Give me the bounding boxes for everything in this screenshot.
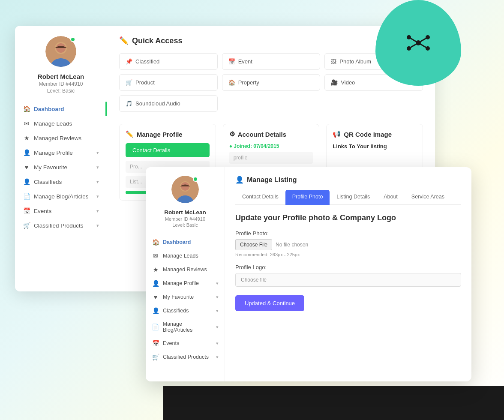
user-icon-1: 👤	[23, 149, 30, 156]
tab-contact-details[interactable]: Contact Details	[235, 190, 285, 205]
update-section-title: Update your Profile photo & Company Logo	[235, 213, 461, 222]
tab-listing-details[interactable]: Listing Details	[330, 190, 377, 205]
online-dot-inline: ●	[229, 143, 232, 149]
nav-blog-1[interactable]: 📄 Manage Blog/Articles ▾	[15, 189, 107, 204]
tab-about[interactable]: About	[377, 190, 405, 205]
contact-details-btn[interactable]: Contact Details	[126, 143, 210, 157]
qa-soundcloud[interactable]: 🎵 Soundcloud Audio	[119, 95, 218, 112]
heart-icon-1: ♥	[23, 164, 30, 171]
nav-label: My Favourite	[34, 164, 67, 171]
nav-classifieds-1[interactable]: 👤 Classifieds ▾	[15, 174, 107, 189]
arrow-icon: ▾	[96, 165, 99, 170]
sidebar-header-2: Robert McLean Member ID #44910 Level: Ba…	[146, 176, 225, 235]
user-level-1: Level: Basic	[15, 88, 107, 94]
teal-blob	[375, 0, 461, 86]
svg-line-7	[409, 43, 418, 48]
member-id-2: Member ID #44910	[146, 216, 225, 222]
card-2-manage-listing: Robert McLean Member ID #44910 Level: Ba…	[146, 167, 471, 381]
nav-label: Manage Profile	[34, 150, 73, 156]
nav-label: Manage Leads	[163, 253, 198, 259]
cart-icon-qa: 🛒	[126, 79, 132, 86]
nav-manage-profile-1[interactable]: 👤 Manage Profile ▾	[15, 145, 107, 160]
update-continue-button[interactable]: Updated & Continue	[235, 295, 304, 311]
user-name-1: Robert McLean	[15, 73, 107, 80]
nav-dashboard-2[interactable]: 🏠 Dashboard	[146, 235, 225, 249]
online-dot-1	[70, 37, 75, 42]
nav-manage-profile-2[interactable]: 👤 Manage Profile ▾	[146, 276, 225, 290]
manage-profile-title: ✏️ Manage Profile	[126, 130, 210, 138]
nav-manage-leads-1[interactable]: ✉ Manage Leads	[15, 116, 107, 131]
nav-dashboard-1[interactable]: 🏠 Dashboard	[15, 102, 107, 116]
links-to-listing: Links To Your listing	[333, 143, 417, 150]
profile-logo-label: Profile Logo:	[235, 264, 461, 270]
doc-icon-1: 📄	[23, 193, 30, 200]
user-icon-ml: 👤	[235, 176, 244, 184]
nav-classified-products-2[interactable]: 🛒 Classified Products ▾	[146, 350, 225, 364]
dashboard-icon-1: 🏠	[23, 105, 30, 112]
qa-product[interactable]: 🛒 Product	[119, 74, 218, 91]
nav-label: Manage Blog/Articles	[163, 321, 213, 333]
arrow-icon: ▾	[96, 150, 99, 156]
arrow-icon: ▾	[96, 194, 99, 199]
qa-event[interactable]: 📅 Event	[222, 53, 321, 70]
calendar-icon-qa: 📅	[228, 58, 235, 65]
choose-file-logo-box[interactable]: Choose file	[235, 273, 461, 287]
nav-manage-leads-2[interactable]: ✉ Manage Leads	[146, 249, 225, 263]
tabs-row: Contact Details Profile Photo Listing De…	[235, 190, 461, 205]
user-icon-2: 👤	[152, 280, 159, 287]
nav-events-2[interactable]: 📅 Events ▾	[146, 336, 225, 350]
star-icon-1: ★	[23, 135, 30, 141]
account-details-title: ⚙ Account Details	[229, 130, 313, 138]
nav-managed-reviews-2[interactable]: ★ Managed Reviews	[146, 263, 225, 276]
main-area-2: 👤 Manage Listing Contact Details Profile…	[225, 167, 471, 381]
music-icon: 🎵	[126, 100, 132, 107]
sidebar-nav-2: 🏠 Dashboard ✉ Manage Leads ★ Managed Rev…	[146, 235, 225, 364]
user-level-2: Level: Basic	[146, 222, 225, 228]
avatar-wrap-2	[171, 176, 199, 205]
arrow-icon-2: ▾	[216, 308, 219, 314]
gear-icon-ad: ⚙	[229, 130, 235, 138]
sidebar-nav-1: 🏠 Dashboard ✉ Manage Leads ★ Managed Rev…	[15, 102, 107, 233]
qa-property[interactable]: 🏠 Property	[222, 74, 321, 91]
nav-label: Events	[34, 208, 51, 214]
tab-profile-photo[interactable]: Profile Photo	[285, 190, 330, 205]
arrow-icon: ▾	[96, 179, 99, 185]
joined-info: ● Joined: 07/04/2015	[229, 143, 313, 149]
nav-managed-reviews-1[interactable]: ★ Managed Reviews	[15, 131, 107, 145]
nav-my-favourite-2[interactable]: ♥ My Favourite ▾	[146, 290, 225, 304]
nav-events-1[interactable]: 📅 Events ▾	[15, 204, 107, 218]
dashboard-icon-2: 🏠	[152, 239, 159, 246]
sidebar-1: Robert McLean Member ID #44910 Level: Ba…	[15, 26, 107, 291]
nav-label: Manage Blog/Articles	[34, 193, 89, 200]
nav-classifieds-2[interactable]: 👤 Classifieds ▾	[146, 304, 225, 318]
svg-line-8	[418, 43, 428, 48]
image-icon: 🖼	[331, 58, 336, 65]
bottom-bar	[163, 386, 504, 420]
arrow-icon: ▾	[96, 223, 99, 228]
calendar-icon-1: 📅	[23, 207, 30, 214]
manage-listing-title: 👤 Manage Listing	[235, 176, 461, 184]
tab-service-areas[interactable]: Service Areas	[405, 190, 451, 205]
nav-label: Classifieds	[163, 308, 189, 314]
nav-label: Events	[163, 340, 179, 346]
qa-classified[interactable]: 📌 Classified	[119, 53, 218, 70]
choose-file-button-1[interactable]: Choose File	[235, 239, 272, 250]
svg-line-5	[409, 37, 418, 43]
member-id-1: Member ID #44910	[15, 81, 107, 87]
avatar-wrap-1	[45, 36, 76, 69]
online-dot-2	[193, 177, 198, 182]
nav-my-favourite-1[interactable]: ♥ My Favourite ▾	[15, 160, 107, 174]
arrow-icon-2: ▾	[216, 341, 219, 346]
nav-label: Managed Reviews	[34, 135, 81, 141]
edit-icon-qa: ✏️	[119, 36, 129, 45]
active-indicator-1	[105, 102, 107, 116]
nav-blog-2[interactable]: 📄 Manage Blog/Articles ▾	[146, 318, 225, 336]
email-icon-1: ✉	[23, 120, 30, 127]
arrow-icon-2: ▾	[216, 281, 219, 286]
arrow-icon-2: ▾	[216, 294, 219, 300]
arrow-icon-2: ▾	[216, 324, 219, 330]
video-icon: 🎥	[331, 79, 338, 86]
star-icon-2: ★	[152, 266, 159, 273]
arrow-icon: ▾	[96, 208, 99, 214]
nav-classified-products-1[interactable]: 🛒 Classified Products ▾	[15, 218, 107, 233]
